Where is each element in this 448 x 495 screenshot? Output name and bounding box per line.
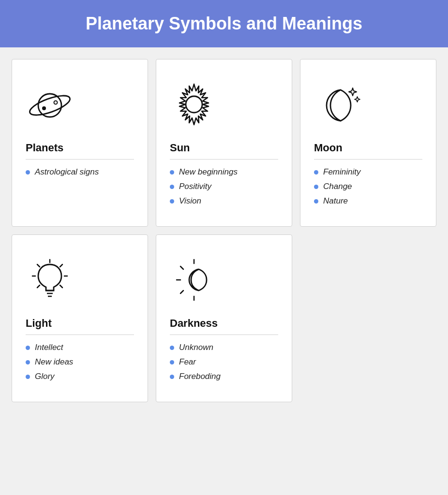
planets-divider [26, 159, 134, 160]
card-darkness: Darkness Unknown Fear Foreboding [156, 234, 292, 402]
list-item: Intellect [26, 343, 134, 352]
svg-line-11 [60, 264, 62, 267]
light-icon [26, 248, 134, 311]
card-moon: Moon Femininity Change Nature [300, 59, 436, 227]
sun-icon [170, 73, 278, 136]
sun-title: Sun [170, 142, 278, 154]
svg-line-15 [60, 285, 62, 288]
darkness-icon [170, 248, 278, 311]
page-header: Planetary Symbols and Meanings [0, 0, 448, 47]
planets-title: Planets [26, 142, 134, 154]
card-planets: Planets Astrological signs [12, 59, 148, 227]
svg-line-19 [180, 266, 183, 269]
bottom-row: Light Intellect New ideas Glory [12, 234, 436, 402]
svg-line-14 [37, 285, 40, 288]
svg-point-1 [28, 92, 72, 119]
planets-list: Astrological signs [26, 167, 134, 177]
light-divider [26, 335, 134, 335]
svg-line-20 [180, 291, 183, 293]
svg-point-5 [186, 96, 202, 113]
list-item: New beginnings [170, 167, 278, 177]
darkness-list: Unknown Fear Foreboding [170, 343, 278, 381]
light-list: Intellect New ideas Glory [26, 343, 134, 381]
sun-divider [170, 159, 278, 160]
list-item: Astrological signs [26, 167, 134, 177]
darkness-title: Darkness [170, 317, 278, 330]
sun-list: New beginnings Positivity Vision [170, 167, 278, 206]
moon-icon [314, 73, 422, 136]
list-item: New ideas [26, 357, 134, 367]
empty-cell [300, 234, 436, 402]
list-item: Change [314, 182, 422, 191]
svg-marker-4 [179, 84, 209, 125]
moon-title: Moon [314, 142, 422, 154]
cards-grid: Planets Astrological signs Sun New begin… [0, 47, 448, 414]
list-item: Femininity [314, 167, 422, 177]
list-item: Nature [314, 196, 422, 206]
card-sun: Sun New beginnings Positivity Vision [156, 59, 292, 227]
list-item: Foreboding [170, 372, 278, 381]
list-item: Vision [170, 196, 278, 206]
svg-point-0 [38, 94, 61, 117]
list-item: Glory [26, 372, 134, 381]
page-title: Planetary Symbols and Meanings [19, 14, 429, 34]
darkness-divider [170, 335, 278, 335]
svg-line-10 [37, 264, 40, 267]
svg-point-2 [42, 106, 46, 110]
card-light: Light Intellect New ideas Glory [12, 234, 148, 402]
light-title: Light [26, 317, 134, 330]
svg-point-3 [54, 101, 58, 104]
moon-list: Femininity Change Nature [314, 167, 422, 206]
moon-divider [314, 159, 422, 160]
planets-icon [26, 73, 134, 136]
list-item: Fear [170, 357, 278, 367]
list-item: Positivity [170, 182, 278, 191]
list-item: Unknown [170, 343, 278, 352]
